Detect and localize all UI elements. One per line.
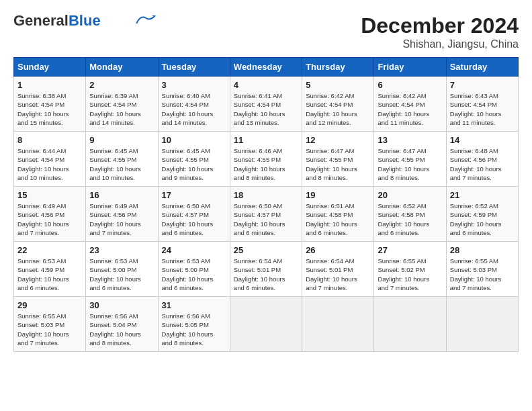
day-info: Sunrise: 6:45 AMSunset: 4:55 PMDaylight:…	[89, 147, 141, 181]
calendar-cell	[302, 297, 374, 352]
calendar-cell	[446, 297, 518, 352]
calendar-cell: 30 Sunrise: 6:56 AMSunset: 5:04 PMDaylig…	[86, 297, 158, 352]
day-info: Sunrise: 6:45 AMSunset: 4:55 PMDaylight:…	[162, 147, 214, 181]
day-number: 4	[234, 80, 298, 90]
day-number: 24	[162, 245, 226, 255]
day-number: 14	[450, 135, 515, 145]
day-number: 25	[234, 245, 298, 255]
day-info: Sunrise: 6:52 AMSunset: 4:58 PMDaylight:…	[378, 202, 429, 236]
day-number: 15	[17, 190, 82, 200]
calendar-row: 22 Sunrise: 6:53 AMSunset: 4:59 PMDaylig…	[14, 242, 519, 297]
day-info: Sunrise: 6:42 AMSunset: 4:54 PMDaylight:…	[306, 92, 357, 126]
day-number: 8	[17, 135, 82, 145]
calendar-row: 1 Sunrise: 6:38 AMSunset: 4:54 PMDayligh…	[14, 77, 519, 132]
day-number: 6	[378, 80, 442, 90]
calendar-cell	[230, 297, 302, 352]
day-info: Sunrise: 6:55 AMSunset: 5:03 PMDaylight:…	[17, 312, 69, 347]
day-info: Sunrise: 6:54 AMSunset: 5:01 PMDaylight:…	[234, 257, 285, 291]
calendar-cell: 19 Sunrise: 6:51 AMSunset: 4:58 PMDaylig…	[302, 187, 374, 242]
day-number: 11	[234, 135, 298, 145]
day-info: Sunrise: 6:42 AMSunset: 4:54 PMDaylight:…	[378, 92, 429, 126]
day-info: Sunrise: 6:53 AMSunset: 5:00 PMDaylight:…	[89, 257, 141, 291]
day-info: Sunrise: 6:49 AMSunset: 4:56 PMDaylight:…	[17, 202, 69, 236]
calendar-cell: 1 Sunrise: 6:38 AMSunset: 4:54 PMDayligh…	[14, 77, 86, 132]
day-number: 2	[89, 80, 154, 90]
calendar-cell: 7 Sunrise: 6:43 AMSunset: 4:54 PMDayligh…	[446, 77, 518, 132]
calendar-table: Sunday Monday Tuesday Wednesday Thursday…	[13, 57, 519, 352]
calendar-body: 1 Sunrise: 6:38 AMSunset: 4:54 PMDayligh…	[14, 77, 519, 352]
day-info: Sunrise: 6:41 AMSunset: 4:54 PMDaylight:…	[234, 92, 285, 126]
calendar-cell: 17 Sunrise: 6:50 AMSunset: 4:57 PMDaylig…	[158, 187, 230, 242]
day-number: 27	[378, 245, 442, 255]
calendar-cell: 10 Sunrise: 6:45 AMSunset: 4:55 PMDaylig…	[158, 132, 230, 187]
day-info: Sunrise: 6:43 AMSunset: 4:54 PMDaylight:…	[450, 92, 502, 126]
calendar-cell: 18 Sunrise: 6:50 AMSunset: 4:57 PMDaylig…	[230, 187, 302, 242]
calendar-cell: 2 Sunrise: 6:39 AMSunset: 4:54 PMDayligh…	[86, 77, 158, 132]
calendar-cell: 12 Sunrise: 6:47 AMSunset: 4:55 PMDaylig…	[302, 132, 374, 187]
day-info: Sunrise: 6:56 AMSunset: 5:04 PMDaylight:…	[89, 312, 141, 347]
calendar-cell: 15 Sunrise: 6:49 AMSunset: 4:56 PMDaylig…	[14, 187, 86, 242]
calendar-cell: 25 Sunrise: 6:54 AMSunset: 5:01 PMDaylig…	[230, 242, 302, 297]
col-header-monday: Monday	[86, 58, 158, 77]
day-info: Sunrise: 6:47 AMSunset: 4:55 PMDaylight:…	[378, 147, 429, 181]
day-info: Sunrise: 6:52 AMSunset: 4:59 PMDaylight:…	[450, 202, 502, 236]
page-subtitle: Shishan, Jiangsu, China	[361, 38, 519, 50]
day-info: Sunrise: 6:49 AMSunset: 4:56 PMDaylight:…	[89, 202, 141, 236]
day-number: 23	[89, 245, 154, 255]
day-number: 29	[17, 300, 82, 310]
calendar-row: 8 Sunrise: 6:44 AMSunset: 4:54 PMDayligh…	[14, 132, 519, 187]
day-number: 30	[89, 300, 154, 310]
logo-general: General	[13, 12, 69, 29]
day-number: 17	[162, 190, 226, 200]
day-number: 22	[17, 245, 82, 255]
day-info: Sunrise: 6:46 AMSunset: 4:55 PMDaylight:…	[234, 147, 285, 181]
calendar-cell: 20 Sunrise: 6:52 AMSunset: 4:58 PMDaylig…	[374, 187, 446, 242]
logo-text: GeneralBlue	[13, 13, 101, 28]
day-info: Sunrise: 6:55 AMSunset: 5:02 PMDaylight:…	[378, 257, 429, 291]
calendar-cell: 24 Sunrise: 6:53 AMSunset: 5:00 PMDaylig…	[158, 242, 230, 297]
day-number: 12	[306, 135, 370, 145]
col-header-sunday: Sunday	[14, 58, 86, 77]
calendar-cell: 27 Sunrise: 6:55 AMSunset: 5:02 PMDaylig…	[374, 242, 446, 297]
day-info: Sunrise: 6:44 AMSunset: 4:54 PMDaylight:…	[17, 147, 69, 181]
day-number: 20	[378, 190, 442, 200]
day-info: Sunrise: 6:50 AMSunset: 4:57 PMDaylight:…	[234, 202, 285, 236]
calendar-cell: 16 Sunrise: 6:49 AMSunset: 4:56 PMDaylig…	[86, 187, 158, 242]
day-info: Sunrise: 6:55 AMSunset: 5:03 PMDaylight:…	[450, 257, 502, 291]
calendar-cell: 31 Sunrise: 6:56 AMSunset: 5:05 PMDaylig…	[158, 297, 230, 352]
day-number: 5	[306, 80, 370, 90]
page-title: December 2024	[361, 13, 519, 38]
day-number: 16	[89, 190, 154, 200]
col-header-thursday: Thursday	[302, 58, 374, 77]
calendar-cell: 13 Sunrise: 6:47 AMSunset: 4:55 PMDaylig…	[374, 132, 446, 187]
day-info: Sunrise: 6:54 AMSunset: 5:01 PMDaylight:…	[306, 257, 357, 291]
day-number: 19	[306, 190, 370, 200]
calendar-cell: 26 Sunrise: 6:54 AMSunset: 5:01 PMDaylig…	[302, 242, 374, 297]
day-number: 1	[17, 80, 82, 90]
day-number: 3	[162, 80, 226, 90]
calendar-cell: 9 Sunrise: 6:45 AMSunset: 4:55 PMDayligh…	[86, 132, 158, 187]
calendar-cell: 8 Sunrise: 6:44 AMSunset: 4:54 PMDayligh…	[14, 132, 86, 187]
day-number: 10	[162, 135, 226, 145]
calendar-cell: 28 Sunrise: 6:55 AMSunset: 5:03 PMDaylig…	[446, 242, 518, 297]
calendar-cell: 4 Sunrise: 6:41 AMSunset: 4:54 PMDayligh…	[230, 77, 302, 132]
day-number: 26	[306, 245, 370, 255]
day-number: 21	[450, 190, 515, 200]
day-info: Sunrise: 6:47 AMSunset: 4:55 PMDaylight:…	[306, 147, 357, 181]
day-info: Sunrise: 6:50 AMSunset: 4:57 PMDaylight:…	[162, 202, 214, 236]
day-number: 18	[234, 190, 298, 200]
col-header-wednesday: Wednesday	[230, 58, 302, 77]
calendar-cell	[374, 297, 446, 352]
calendar-cell: 23 Sunrise: 6:53 AMSunset: 5:00 PMDaylig…	[86, 242, 158, 297]
day-number: 13	[378, 135, 442, 145]
day-info: Sunrise: 6:40 AMSunset: 4:54 PMDaylight:…	[162, 92, 214, 126]
day-number: 9	[89, 135, 154, 145]
calendar-cell: 21 Sunrise: 6:52 AMSunset: 4:59 PMDaylig…	[446, 187, 518, 242]
calendar-header-row: Sunday Monday Tuesday Wednesday Thursday…	[14, 58, 519, 77]
day-number: 7	[450, 80, 515, 90]
day-info: Sunrise: 6:53 AMSunset: 5:00 PMDaylight:…	[162, 257, 214, 291]
calendar-cell: 29 Sunrise: 6:55 AMSunset: 5:03 PMDaylig…	[14, 297, 86, 352]
logo-bird-icon	[136, 13, 156, 26]
calendar-row: 29 Sunrise: 6:55 AMSunset: 5:03 PMDaylig…	[14, 297, 519, 352]
day-info: Sunrise: 6:53 AMSunset: 4:59 PMDaylight:…	[17, 257, 69, 291]
